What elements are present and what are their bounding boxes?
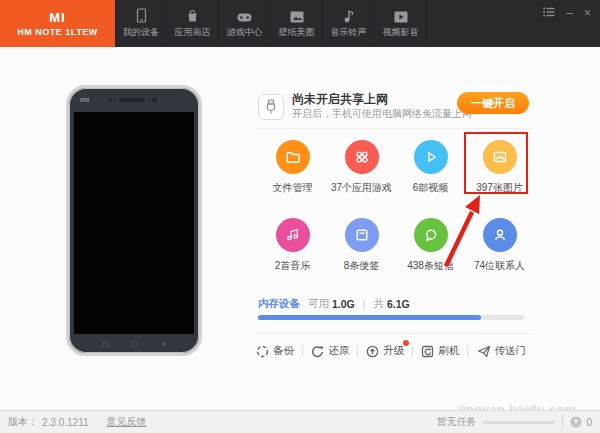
divider xyxy=(256,128,532,129)
tab-label: 应用商店 xyxy=(175,26,211,39)
tab-label: 壁纸美图 xyxy=(279,26,315,39)
minimize-button[interactable]: – xyxy=(566,8,573,18)
total-value: 6.1G xyxy=(387,298,410,310)
tab-videos[interactable]: 视频影音 xyxy=(375,0,427,47)
tab-ringtones[interactable]: 音乐铃声 xyxy=(323,0,375,47)
grid-item-videos[interactable]: 6部视频 xyxy=(396,140,465,195)
toolbar-divider xyxy=(302,345,303,357)
phone-earpiece xyxy=(119,98,145,102)
status-bar: 版本： 2.3.0.1211 意见反馈 暂无任务 0 xyxy=(0,410,600,433)
tab-label: 音乐铃声 xyxy=(331,26,367,39)
task-status-area: 暂无任务 0 xyxy=(436,415,592,429)
title-bar: MI HM NOTE 1LTEW 我的设备 应用商店 游戏中心 壁纸美图 xyxy=(0,0,600,47)
apps-icon xyxy=(353,148,371,166)
one-key-enable-button[interactable]: 一键开启 xyxy=(457,92,529,114)
phone-nav-buttons xyxy=(69,340,199,348)
mi-logo: MI xyxy=(49,10,65,25)
task-progress-track xyxy=(483,421,555,424)
storage-progress-track xyxy=(258,315,524,320)
folder-icon xyxy=(284,148,302,166)
sms-icon xyxy=(422,226,440,244)
storage-label: 内存设备 xyxy=(258,297,300,311)
play-icon xyxy=(422,148,440,166)
tab-label: 视频影音 xyxy=(383,26,419,39)
grid-item-label: 74位联系人 xyxy=(474,259,525,273)
storage-progress-fill xyxy=(258,315,481,320)
tab-my-device[interactable]: 我的设备 xyxy=(115,0,167,47)
upload-circle-icon xyxy=(570,416,582,428)
restore-button[interactable]: 还原 xyxy=(311,344,349,358)
task-counter-button[interactable]: 0 xyxy=(570,416,592,428)
version-value: 2.3.0.1211 xyxy=(42,417,89,428)
upgrade-icon xyxy=(366,345,379,358)
video-icon xyxy=(394,8,408,23)
version-label: 版本： xyxy=(8,415,38,429)
tab-label: 游戏中心 xyxy=(227,26,263,39)
task-status-text: 暂无任务 xyxy=(436,415,476,429)
toolbar-divider xyxy=(467,345,468,357)
phone-camera xyxy=(152,97,157,102)
total-label: 共 xyxy=(374,297,385,311)
flash-rom-button[interactable]: 刷机 xyxy=(421,344,459,358)
toolbar-divider xyxy=(412,345,413,357)
close-button[interactable]: × xyxy=(584,8,591,18)
window-controls: – × xyxy=(543,7,591,18)
tab-app-store[interactable]: 应用商店 xyxy=(167,0,219,47)
task-count: 0 xyxy=(586,417,592,428)
statusbar-divider xyxy=(562,416,563,428)
device-name: HM NOTE 1LTEW xyxy=(17,27,97,37)
grid-item-contacts[interactable]: 74位联系人 xyxy=(465,218,534,273)
portal-icon xyxy=(477,345,491,358)
grid-item-apps[interactable]: 37个应用游戏 xyxy=(327,140,396,195)
phone-back-key xyxy=(161,341,166,347)
tab-game-center[interactable]: 游戏中心 xyxy=(219,0,271,47)
available-value: 1.0G xyxy=(332,298,355,310)
phone-sensor xyxy=(109,99,112,102)
version-info: 版本： 2.3.0.1211 意见反馈 xyxy=(8,415,147,429)
share-title: 尚未开启共享上网 xyxy=(292,91,388,108)
phone-screen xyxy=(74,112,194,334)
grid-item-sms[interactable]: 438条短信 xyxy=(396,218,465,273)
grid-item-label: 文件管理 xyxy=(273,181,313,195)
music-notes-icon xyxy=(284,226,302,244)
phone-preview: mi xyxy=(66,85,202,356)
wallpaper-icon xyxy=(290,8,304,23)
backup-icon xyxy=(256,345,269,358)
grid-item-label: 438条短信 xyxy=(407,259,454,273)
grid-item-memos[interactable]: 8条便签 xyxy=(327,218,396,273)
restore-icon xyxy=(311,345,324,358)
usb-tether-iconbox xyxy=(258,94,284,120)
ringtone-icon xyxy=(343,8,355,23)
usb-icon xyxy=(265,99,277,115)
grid-item-label: 2首音乐 xyxy=(275,259,311,273)
grid-row-2: 2首音乐 8条便签 438条短信 74位联系人 xyxy=(258,218,536,273)
device-icon xyxy=(135,8,148,23)
grid-item-music[interactable]: 2首音乐 xyxy=(258,218,327,273)
available-label: 可用 xyxy=(308,297,329,311)
grid-item-label: 37个应用游戏 xyxy=(331,181,392,195)
share-subtitle: 开启后，手机可使用电脑网络免流量上网 xyxy=(292,107,472,121)
game-icon xyxy=(237,8,252,23)
tasklist-icon[interactable] xyxy=(543,7,555,18)
feedback-link[interactable]: 意见反馈 xyxy=(107,415,147,429)
toolbar-divider xyxy=(357,345,358,357)
upgrade-badge xyxy=(403,340,409,346)
tab-wallpapers[interactable]: 壁纸美图 xyxy=(271,0,323,47)
storage-separator: | xyxy=(363,298,366,310)
storage-summary: 内存设备 可用 1.0G | 共 6.1G xyxy=(258,297,410,311)
contact-icon xyxy=(491,226,509,244)
highlight-box xyxy=(464,132,528,194)
phone-home-key xyxy=(132,341,138,347)
grid-item-files[interactable]: 文件管理 xyxy=(258,140,327,195)
backup-button[interactable]: 备份 xyxy=(256,344,294,358)
memo-icon xyxy=(353,226,371,244)
upgrade-button[interactable]: 升级 xyxy=(366,344,404,358)
phone-mi-logo: mi xyxy=(80,95,89,104)
grid-item-label: 8条便签 xyxy=(344,259,380,273)
store-icon xyxy=(186,8,199,23)
divider xyxy=(256,333,532,334)
action-toolbar: 备份 还原 升级 刷机 传送门 xyxy=(256,343,526,359)
portal-button[interactable]: 传送门 xyxy=(477,344,527,358)
tab-label: 我的设备 xyxy=(123,26,159,39)
flash-icon xyxy=(421,345,434,358)
